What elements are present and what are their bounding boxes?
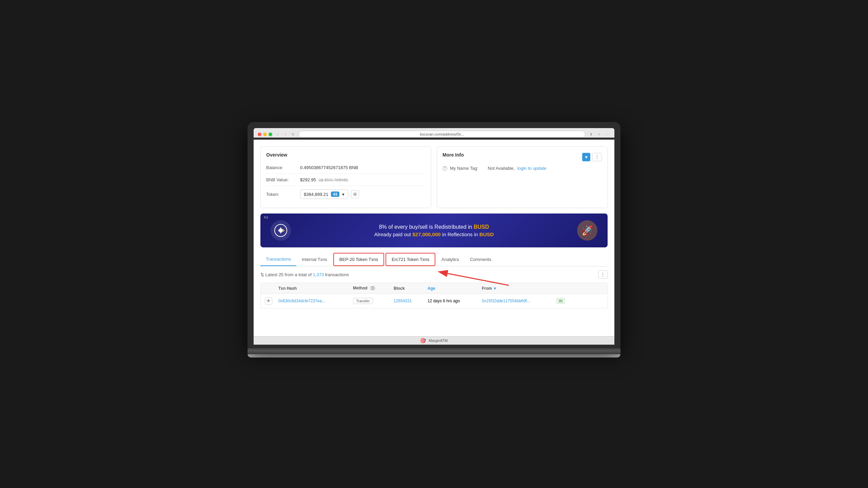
table-options-button[interactable]: ⋮ bbox=[598, 270, 608, 279]
balance-row: Balance: 0.495038677452671875 BNB bbox=[266, 162, 426, 174]
token-row: Token: $384,899.21 43 ▾ ⊞ bbox=[266, 186, 426, 202]
close-button[interactable] bbox=[258, 133, 261, 136]
ad-line3: in Reflections in bbox=[442, 231, 478, 237]
name-tag-row: ? My Name Tag: Not Available, login to u… bbox=[442, 166, 602, 171]
ad-label: Ad bbox=[264, 216, 268, 219]
txn-hash[interactable]: 0x630c6d34dcfe7237ea... bbox=[278, 299, 353, 303]
token-label: Token: bbox=[266, 192, 300, 197]
overview-title: Overview bbox=[266, 152, 426, 158]
ad-logo-icon bbox=[271, 220, 291, 241]
minimize-button[interactable] bbox=[263, 133, 267, 136]
maximize-button[interactable] bbox=[269, 133, 272, 136]
login-to-update-link[interactable]: login to update bbox=[517, 166, 546, 171]
results-text: ⇅ Latest 25 from a total of 1,373 transa… bbox=[260, 272, 349, 277]
filter-icon[interactable]: ▼ bbox=[493, 286, 497, 290]
col-txn-hash-header: Txn Hash bbox=[278, 286, 353, 291]
age-value: 12 days 6 hrs ago bbox=[428, 299, 482, 303]
col-block-header: Block bbox=[394, 286, 428, 291]
name-tag-value: Not Available, bbox=[488, 166, 515, 171]
col-age-header[interactable]: Age bbox=[428, 286, 482, 291]
more-info-title: More Info bbox=[442, 152, 464, 158]
ad-banner[interactable]: Ad 8% of every buy/sell is Redistributed… bbox=[260, 214, 608, 247]
favorite-button[interactable]: ♥ bbox=[582, 153, 590, 161]
direction-badge: IN bbox=[556, 298, 565, 304]
token-dropdown[interactable]: $384,899.21 43 ▾ bbox=[300, 189, 348, 199]
tab-bep20-token-txns[interactable]: BEP-20 Token Txns bbox=[333, 253, 384, 266]
share-icon[interactable]: ⬆ bbox=[588, 131, 594, 137]
transactions-table: Txn Hash Method ⓘ Block Age From ▼ bbox=[260, 283, 608, 308]
bnb-rate: (@ $591.78/BNB) bbox=[319, 178, 348, 182]
taskbar: 🎯 MarginATM bbox=[254, 336, 614, 345]
add-tab-icon[interactable]: + bbox=[596, 131, 602, 137]
laptop-foot bbox=[248, 354, 620, 358]
method-badge: Transfer bbox=[353, 298, 373, 304]
forward-button[interactable]: › bbox=[282, 131, 289, 137]
balance-value: 0.495038677452671875 BNB bbox=[300, 165, 358, 170]
back-button[interactable]: ‹ bbox=[275, 131, 281, 137]
ad-highlight3: BUSD bbox=[479, 231, 494, 237]
ad-line1: 8% of every buy/sell is Redistributed in bbox=[379, 224, 472, 230]
laptop-base bbox=[248, 348, 620, 354]
taskbar-label: MarginATM bbox=[429, 339, 448, 343]
tab-transactions[interactable]: Transactions bbox=[260, 253, 296, 266]
help-icon: ? bbox=[442, 166, 447, 171]
bnb-value: $292.95 (@ $591.78/BNB) bbox=[300, 177, 348, 182]
col-from-header: From ▼ bbox=[482, 286, 556, 291]
bnb-value-row: BNB Value: $292.95 (@ $591.78/BNB) bbox=[266, 174, 426, 186]
total-count[interactable]: 1,373 bbox=[313, 272, 324, 277]
tab-erc721-token-txns[interactable]: Erc721 Token Txns bbox=[386, 253, 435, 266]
ad-rocket-icon: 🚀 bbox=[577, 220, 597, 241]
from-address[interactable]: 0x15f32dde117554bb69f... bbox=[482, 299, 556, 303]
bnb-value-label: BNB Value: bbox=[266, 177, 300, 182]
expand-button[interactable]: ⊞ bbox=[351, 190, 359, 198]
more-info-card: More Info ♥ ⋮ ? My Name Tag: Not Availab… bbox=[437, 146, 608, 208]
address-bar[interactable]: bscscan.com/address/0x... bbox=[299, 131, 585, 138]
balance-label: Balance: bbox=[266, 165, 300, 170]
tabs-section: Transactions Internal Txns BEP-20 Token … bbox=[260, 253, 608, 266]
view-icon[interactable]: 👁 bbox=[265, 297, 272, 305]
col-method-header: Method ⓘ bbox=[353, 286, 394, 291]
results-row: ⇅ Latest 25 from a total of 1,373 transa… bbox=[260, 270, 608, 279]
ad-highlight2: $27,000,000 bbox=[412, 231, 440, 237]
table-row: 👁 0x630c6d34dcfe7237ea... Transfer 12654… bbox=[260, 294, 608, 308]
token-count-badge: 43 bbox=[331, 191, 339, 197]
window-controls: ⋯ bbox=[604, 131, 610, 137]
dropdown-chevron-icon: ▾ bbox=[342, 192, 344, 197]
table-header: Txn Hash Method ⓘ Block Age From ▼ bbox=[260, 283, 608, 294]
tab-comments[interactable]: Comments bbox=[465, 253, 497, 266]
block-number[interactable]: 12654331 bbox=[394, 299, 428, 303]
ad-content: 8% of every buy/sell is Redistributed in… bbox=[291, 224, 577, 237]
tab-internal-txns[interactable]: Internal Txns bbox=[296, 253, 333, 266]
ad-line2: Already paid out bbox=[374, 231, 411, 237]
traffic-lights bbox=[258, 133, 272, 136]
name-tag-label: My Name Tag: bbox=[450, 166, 478, 171]
overview-card: Overview Balance: 0.495038677452671875 B… bbox=[260, 146, 431, 208]
method-info-icon[interactable]: ⓘ bbox=[370, 286, 376, 290]
taskbar-logo-icon: 🎯 bbox=[420, 338, 426, 343]
token-value: $384,899.21 bbox=[304, 192, 328, 197]
tab-analytics[interactable]: Analytics bbox=[436, 253, 465, 266]
ad-highlight1: BUSD bbox=[474, 224, 489, 230]
refresh-button[interactable]: ↻ bbox=[290, 131, 296, 137]
more-options-button[interactable]: ⋮ bbox=[592, 153, 602, 161]
